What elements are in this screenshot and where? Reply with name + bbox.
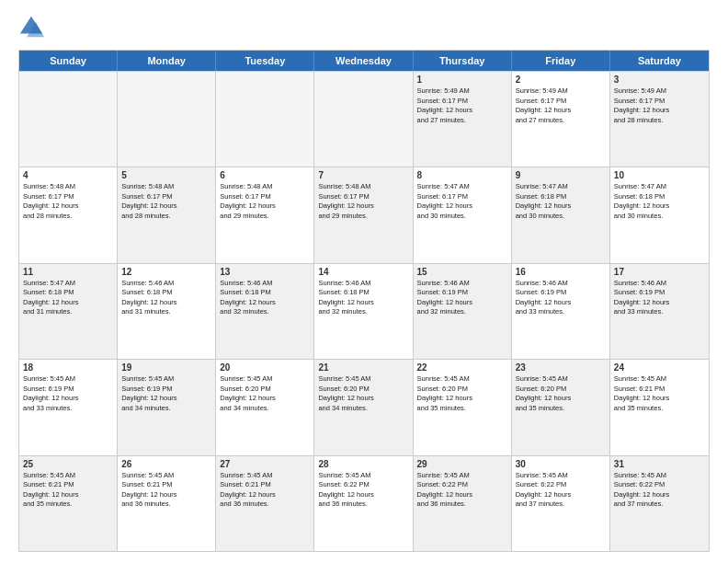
cell-info: Sunrise: 5:48 AM Sunset: 6:17 PM Dayligh…	[318, 182, 408, 221]
day-number: 13	[220, 267, 310, 277]
day-number: 3	[614, 75, 705, 85]
calendar-cell: 27Sunrise: 5:45 AM Sunset: 6:21 PM Dayli…	[216, 456, 314, 551]
day-number: 1	[417, 75, 507, 85]
cell-info: Sunrise: 5:45 AM Sunset: 6:22 PM Dayligh…	[516, 471, 606, 510]
day-number: 28	[318, 459, 408, 469]
calendar-header-cell: Saturday	[610, 51, 709, 71]
calendar-body: 1Sunrise: 5:49 AM Sunset: 6:17 PM Daylig…	[19, 71, 709, 551]
calendar-cell: 11Sunrise: 5:47 AM Sunset: 6:18 PM Dayli…	[19, 264, 118, 359]
calendar-cell: 2Sunrise: 5:49 AM Sunset: 6:17 PM Daylig…	[512, 72, 610, 167]
day-number: 27	[220, 459, 310, 469]
day-number: 19	[121, 362, 211, 373]
day-number: 22	[417, 362, 507, 373]
calendar-cell: 3Sunrise: 5:49 AM Sunset: 6:17 PM Daylig…	[610, 72, 709, 167]
calendar-week: 4Sunrise: 5:48 AM Sunset: 6:17 PM Daylig…	[19, 167, 709, 262]
logo	[18, 15, 48, 40]
calendar-header-cell: Thursday	[414, 51, 512, 71]
calendar-header: SundayMondayTuesdayWednesdayThursdayFrid…	[19, 51, 709, 71]
calendar-cell: 16Sunrise: 5:46 AM Sunset: 6:19 PM Dayli…	[512, 264, 610, 359]
page: SundayMondayTuesdayWednesdayThursdayFrid…	[0, 0, 728, 563]
calendar-cell: 1Sunrise: 5:49 AM Sunset: 6:17 PM Daylig…	[414, 72, 512, 167]
calendar-week: 25Sunrise: 5:45 AM Sunset: 6:21 PM Dayli…	[19, 455, 709, 551]
calendar-cell: 30Sunrise: 5:45 AM Sunset: 6:22 PM Dayli…	[512, 456, 610, 551]
cell-info: Sunrise: 5:46 AM Sunset: 6:19 PM Dayligh…	[516, 279, 606, 317]
day-number: 9	[516, 170, 606, 180]
cell-info: Sunrise: 5:47 AM Sunset: 6:18 PM Dayligh…	[614, 182, 705, 221]
day-number: 2	[516, 75, 606, 85]
calendar-cell: 9Sunrise: 5:47 AM Sunset: 6:18 PM Daylig…	[512, 167, 610, 262]
calendar-cell: 18Sunrise: 5:45 AM Sunset: 6:19 PM Dayli…	[19, 360, 118, 454]
calendar-cell: 10Sunrise: 5:47 AM Sunset: 6:18 PM Dayli…	[610, 167, 709, 262]
calendar-cell	[118, 72, 216, 167]
day-number: 21	[318, 362, 408, 373]
cell-info: Sunrise: 5:49 AM Sunset: 6:17 PM Dayligh…	[614, 86, 705, 125]
cell-info: Sunrise: 5:46 AM Sunset: 6:18 PM Dayligh…	[121, 279, 211, 317]
calendar-header-cell: Wednesday	[314, 51, 413, 71]
cell-info: Sunrise: 5:45 AM Sunset: 6:21 PM Dayligh…	[121, 471, 211, 510]
calendar-cell: 26Sunrise: 5:45 AM Sunset: 6:21 PM Dayli…	[118, 456, 216, 551]
calendar-cell: 24Sunrise: 5:45 AM Sunset: 6:21 PM Dayli…	[610, 360, 709, 454]
day-number: 5	[121, 170, 211, 180]
cell-info: Sunrise: 5:47 AM Sunset: 6:18 PM Dayligh…	[516, 182, 606, 221]
cell-info: Sunrise: 5:45 AM Sunset: 6:21 PM Dayligh…	[220, 471, 310, 510]
cell-info: Sunrise: 5:49 AM Sunset: 6:17 PM Dayligh…	[417, 86, 507, 125]
calendar-cell: 14Sunrise: 5:46 AM Sunset: 6:18 PM Dayli…	[314, 264, 413, 359]
day-number: 6	[220, 170, 310, 180]
calendar-cell	[19, 72, 118, 167]
calendar-cell: 17Sunrise: 5:46 AM Sunset: 6:19 PM Dayli…	[610, 264, 709, 359]
cell-info: Sunrise: 5:45 AM Sunset: 6:20 PM Dayligh…	[516, 374, 606, 413]
cell-info: Sunrise: 5:46 AM Sunset: 6:19 PM Dayligh…	[614, 279, 705, 317]
calendar-cell: 20Sunrise: 5:45 AM Sunset: 6:20 PM Dayli…	[216, 360, 314, 454]
calendar-week: 11Sunrise: 5:47 AM Sunset: 6:18 PM Dayli…	[19, 263, 709, 359]
calendar-cell: 21Sunrise: 5:45 AM Sunset: 6:20 PM Dayli…	[314, 360, 413, 454]
calendar-week: 1Sunrise: 5:49 AM Sunset: 6:17 PM Daylig…	[19, 71, 709, 167]
calendar-cell: 12Sunrise: 5:46 AM Sunset: 6:18 PM Dayli…	[118, 264, 216, 359]
calendar-cell: 6Sunrise: 5:48 AM Sunset: 6:17 PM Daylig…	[216, 167, 314, 262]
day-number: 14	[318, 267, 408, 277]
calendar-header-cell: Tuesday	[216, 51, 314, 71]
day-number: 11	[23, 267, 113, 277]
day-number: 12	[121, 267, 211, 277]
calendar-cell: 7Sunrise: 5:48 AM Sunset: 6:17 PM Daylig…	[314, 167, 413, 262]
cell-info: Sunrise: 5:49 AM Sunset: 6:17 PM Dayligh…	[516, 86, 606, 125]
cell-info: Sunrise: 5:46 AM Sunset: 6:18 PM Dayligh…	[220, 279, 310, 317]
calendar-header-cell: Friday	[512, 51, 610, 71]
cell-info: Sunrise: 5:48 AM Sunset: 6:17 PM Dayligh…	[121, 182, 211, 221]
calendar-cell: 8Sunrise: 5:47 AM Sunset: 6:17 PM Daylig…	[414, 167, 512, 262]
cell-info: Sunrise: 5:45 AM Sunset: 6:19 PM Dayligh…	[121, 374, 211, 413]
day-number: 7	[318, 170, 408, 180]
calendar-cell	[314, 72, 413, 167]
cell-info: Sunrise: 5:45 AM Sunset: 6:20 PM Dayligh…	[417, 374, 507, 413]
cell-info: Sunrise: 5:45 AM Sunset: 6:20 PM Dayligh…	[318, 374, 408, 413]
cell-info: Sunrise: 5:46 AM Sunset: 6:18 PM Dayligh…	[318, 279, 408, 317]
cell-info: Sunrise: 5:45 AM Sunset: 6:20 PM Dayligh…	[220, 374, 310, 413]
day-number: 17	[614, 267, 705, 277]
header	[18, 15, 710, 40]
calendar-cell: 31Sunrise: 5:45 AM Sunset: 6:22 PM Dayli…	[610, 456, 709, 551]
cell-info: Sunrise: 5:48 AM Sunset: 6:17 PM Dayligh…	[220, 182, 310, 221]
calendar-cell: 15Sunrise: 5:46 AM Sunset: 6:19 PM Dayli…	[414, 264, 512, 359]
day-number: 30	[516, 459, 606, 469]
calendar-cell: 4Sunrise: 5:48 AM Sunset: 6:17 PM Daylig…	[19, 167, 118, 262]
calendar-header-cell: Monday	[118, 51, 216, 71]
day-number: 23	[516, 362, 606, 373]
day-number: 29	[417, 459, 507, 469]
calendar-cell: 28Sunrise: 5:45 AM Sunset: 6:22 PM Dayli…	[314, 456, 413, 551]
day-number: 8	[417, 170, 507, 180]
calendar-cell: 19Sunrise: 5:45 AM Sunset: 6:19 PM Dayli…	[118, 360, 216, 454]
day-number: 15	[417, 267, 507, 277]
cell-info: Sunrise: 5:45 AM Sunset: 6:21 PM Dayligh…	[23, 471, 113, 510]
calendar-cell: 13Sunrise: 5:46 AM Sunset: 6:18 PM Dayli…	[216, 264, 314, 359]
calendar-cell: 29Sunrise: 5:45 AM Sunset: 6:22 PM Dayli…	[414, 456, 512, 551]
cell-info: Sunrise: 5:45 AM Sunset: 6:22 PM Dayligh…	[318, 471, 408, 510]
cell-info: Sunrise: 5:48 AM Sunset: 6:17 PM Dayligh…	[23, 182, 113, 221]
calendar-cell	[216, 72, 314, 167]
calendar: SundayMondayTuesdayWednesdayThursdayFrid…	[18, 50, 710, 552]
day-number: 31	[614, 459, 705, 469]
cell-info: Sunrise: 5:47 AM Sunset: 6:18 PM Dayligh…	[23, 279, 113, 317]
cell-info: Sunrise: 5:45 AM Sunset: 6:22 PM Dayligh…	[614, 471, 705, 510]
calendar-week: 18Sunrise: 5:45 AM Sunset: 6:19 PM Dayli…	[19, 359, 709, 454]
calendar-cell: 22Sunrise: 5:45 AM Sunset: 6:20 PM Dayli…	[414, 360, 512, 454]
cell-info: Sunrise: 5:45 AM Sunset: 6:21 PM Dayligh…	[614, 374, 705, 413]
cell-info: Sunrise: 5:45 AM Sunset: 6:19 PM Dayligh…	[23, 374, 113, 413]
